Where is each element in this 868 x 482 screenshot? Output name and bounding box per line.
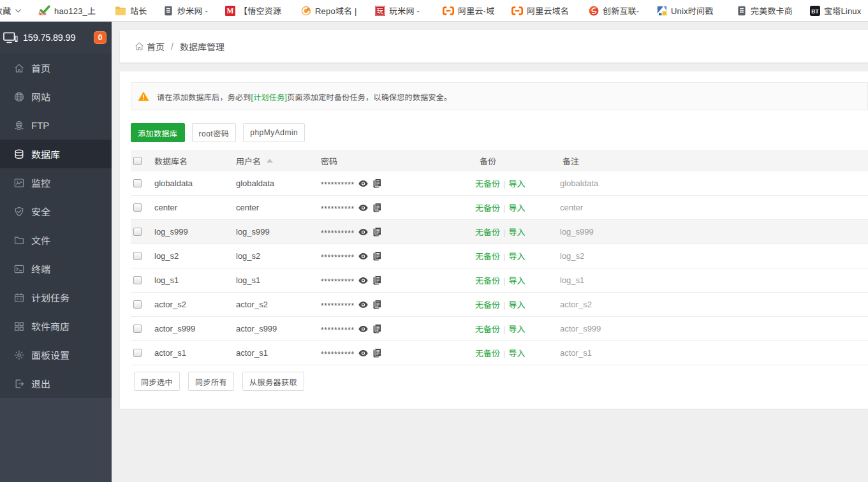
show-password-icon[interactable] (358, 277, 368, 284)
copy-password-icon[interactable] (373, 227, 381, 237)
row-checkbox[interactable] (133, 300, 142, 309)
sync-selected-button[interactable]: 同步选中 (134, 372, 180, 391)
select-all-checkbox[interactable] (133, 157, 142, 165)
no-backup-link[interactable]: 无备份 (475, 252, 500, 261)
copy-password-icon[interactable] (373, 251, 381, 261)
phpmyadmin-button[interactable]: phpMyAdmin (243, 123, 305, 142)
sidebar-item-websites[interactable]: 网站 (0, 82, 112, 111)
breadcrumb-home-link[interactable]: 首页 (135, 40, 165, 53)
breadcrumb-separator: / (171, 41, 173, 52)
home-icon (135, 41, 144, 51)
sidebar-item-panel-settings[interactable]: 面板设置 (0, 340, 112, 369)
no-backup-link[interactable]: 无备份 (475, 179, 500, 189)
import-link[interactable]: 导入 (508, 252, 525, 261)
bookmark-baota[interactable]: BT宝塔Linux (810, 0, 861, 21)
sidebar-item-monitor[interactable]: 监控 (0, 168, 112, 197)
show-password-icon[interactable] (358, 349, 368, 357)
no-backup-link[interactable]: 无备份 (475, 228, 500, 237)
cell-password: ********** (321, 203, 475, 212)
import-link[interactable]: 导入 (508, 203, 525, 213)
message-count-badge[interactable]: 0 (94, 31, 107, 44)
bookmark-wukong[interactable]: M【悟空资源 (225, 0, 281, 21)
import-link[interactable]: 导入 (508, 300, 525, 310)
show-password-icon[interactable] (358, 301, 368, 309)
sidebar-item-label: 网站 (31, 90, 50, 103)
breadcrumb: 首页 / 数据库管理 (120, 30, 868, 62)
cell-database-name: actor_s999 (154, 324, 236, 333)
sidebar-item-app-store[interactable]: 软件商店 (0, 312, 112, 340)
import-link[interactable]: 导入 (508, 276, 525, 286)
no-backup-link[interactable]: 无备份 (475, 300, 500, 310)
cron-page-link[interactable]: [计划任务] (251, 93, 287, 102)
bookmark-chaomi[interactable]: 炒米网 - (163, 0, 208, 21)
sidebar-item-cron[interactable]: 计划任务 (0, 283, 112, 312)
gear-icon (14, 350, 24, 360)
row-checkbox[interactable] (133, 203, 142, 212)
sidebar-item-ftp[interactable]: FTP (0, 111, 112, 140)
bookmark-unix-timestamp[interactable]: Unix时间戳 (657, 0, 713, 21)
sidebar-item-files[interactable]: 文件 (0, 226, 112, 254)
cell-note: globaldata (560, 179, 868, 188)
bookmark-zhanzhang[interactable]: 站长 (115, 0, 147, 21)
backup-separator: | (503, 228, 505, 237)
sidebar-item-label: 退出 (31, 377, 50, 390)
flame-red-icon (589, 6, 599, 16)
show-password-icon[interactable] (358, 228, 368, 236)
root-password-button[interactable]: root密码 (192, 123, 237, 142)
copy-password-icon[interactable] (373, 275, 381, 285)
bookmark-favorites[interactable]: 收藏 (0, 0, 21, 21)
show-password-icon[interactable] (358, 180, 368, 187)
import-link[interactable]: 导入 (508, 349, 525, 358)
no-backup-link[interactable]: 无备份 (475, 349, 500, 358)
no-backup-link[interactable]: 无备份 (475, 203, 500, 213)
row-checkbox[interactable] (133, 228, 142, 236)
cell-username: globaldata (236, 179, 321, 188)
bookmark-aliyun-domain[interactable]: 阿里云域名 (511, 0, 569, 21)
import-link[interactable]: 导入 (508, 228, 525, 237)
bookmark-wanmi[interactable]: 玩玩米网 - (375, 0, 420, 21)
cell-checkbox (131, 203, 154, 212)
logout-icon (14, 379, 24, 389)
add-database-button[interactable]: 添加数据库 (131, 123, 185, 142)
cell-database-name: center (154, 203, 236, 212)
row-checkbox[interactable] (133, 325, 142, 333)
sidebar-item-home[interactable]: 首页 (0, 54, 112, 82)
import-link[interactable]: 导入 (508, 325, 525, 334)
table-row: log_s1 log_s1 ********** 无备份|导入 log_s1 (131, 268, 868, 293)
bookmark-wanmei[interactable]: 完美数卡商 (737, 0, 793, 21)
cell-username: actor_s999 (236, 324, 321, 333)
bookmark-hao123[interactable]: haohao123_上 (38, 0, 96, 21)
show-password-icon[interactable] (358, 204, 368, 212)
cell-password: ********** (321, 179, 475, 188)
row-checkbox[interactable] (133, 252, 142, 260)
aliyun-orange-icon (511, 6, 523, 15)
copy-password-icon[interactable] (373, 179, 381, 188)
sidebar-item-logout[interactable]: 退出 (0, 369, 112, 398)
cell-note: actor_s1 (560, 348, 868, 358)
sort-asc-icon[interactable] (267, 159, 273, 163)
sidebar-item-database[interactable]: 数据库 (0, 140, 112, 168)
copy-password-icon[interactable] (373, 300, 381, 309)
copy-password-icon[interactable] (373, 324, 381, 333)
row-checkbox[interactable] (133, 179, 142, 187)
show-password-icon[interactable] (358, 252, 368, 260)
cell-backup: 无备份|导入 (475, 274, 560, 286)
row-checkbox[interactable] (133, 349, 142, 357)
bookmark-chuangxin[interactable]: 创新互联- (589, 0, 639, 21)
copy-password-icon[interactable] (373, 348, 381, 358)
cell-password: ********** (321, 348, 475, 358)
sync-all-button[interactable]: 同步所有 (188, 372, 234, 391)
bookmark-repo[interactable]: Repo域名 | (301, 0, 357, 21)
fetch-from-server-button[interactable]: 从服务器获取 (242, 372, 304, 391)
sidebar-item-security[interactable]: 安全 (0, 197, 112, 226)
sidebar-item-terminal[interactable]: 终端 (0, 254, 112, 283)
bookmark-aliyun-yu[interactable]: 阿里云-域 (443, 0, 494, 21)
copy-password-icon[interactable] (373, 203, 381, 212)
no-backup-link[interactable]: 无备份 (475, 325, 500, 334)
import-link[interactable]: 导入 (508, 179, 525, 189)
cell-username: log_s999 (236, 227, 321, 237)
no-backup-link[interactable]: 无备份 (475, 276, 500, 286)
row-checkbox[interactable] (133, 276, 142, 284)
header-cell-user[interactable]: 用户名 (236, 155, 321, 167)
show-password-icon[interactable] (358, 325, 368, 333)
